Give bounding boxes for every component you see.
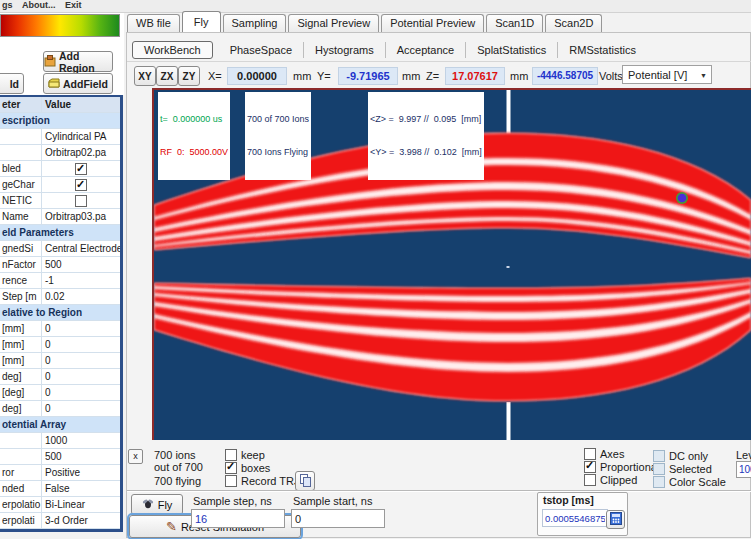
table-row[interactable]: [mm]0 xyxy=(0,353,120,369)
subtab-workbench[interactable]: WorkBench xyxy=(132,41,213,59)
chevron-down-icon: ▼ xyxy=(700,66,707,85)
subtab-rmsstatistics[interactable]: RMSstatistics xyxy=(557,42,647,58)
table-row[interactable]: [mm]0 xyxy=(0,321,120,337)
add-region-icon xyxy=(44,55,56,69)
level-input[interactable] xyxy=(736,461,751,478)
tab-potential-preview[interactable]: Potential Preview xyxy=(381,14,484,32)
close-ion-info-button[interactable]: x xyxy=(128,449,143,464)
record-trj-checkbox-row[interactable]: Record TRJ xyxy=(225,475,299,487)
table-row[interactable]: Step [m0.02 xyxy=(0,289,120,305)
partial-field-button[interactable]: ld xyxy=(0,73,24,94)
table-section[interactable]: otential Array Parameters xyxy=(0,417,120,433)
y-coordinate-value[interactable]: -9.71965 xyxy=(338,67,398,85)
fly-button[interactable]: Fly xyxy=(131,494,183,515)
checkbox[interactable] xyxy=(75,179,87,191)
table-row[interactable]: geChar xyxy=(0,177,120,193)
calculator-icon xyxy=(610,512,622,527)
menu-item-about[interactable]: About... xyxy=(22,0,56,10)
sample-start-input[interactable] xyxy=(291,509,385,528)
subtab-hystograms[interactable]: Hystograms xyxy=(303,42,385,58)
record-trj-checkbox[interactable] xyxy=(225,475,237,487)
selected-checkbox-row[interactable]: Selected xyxy=(653,463,712,475)
table-row[interactable]: nFactor500 xyxy=(0,257,120,273)
dc-only-checkbox[interactable] xyxy=(653,450,665,462)
calculator-button[interactable] xyxy=(606,510,625,529)
tab-wb-file[interactable]: WB file xyxy=(127,14,180,32)
view-zy-button[interactable]: ZY xyxy=(178,66,200,86)
table-row[interactable]: 500 xyxy=(0,449,120,465)
ion-splat-marker xyxy=(678,194,687,203)
tab-signal-preview[interactable]: Signal Preview xyxy=(288,14,379,32)
table-header: eter Value xyxy=(0,97,120,113)
view-zx-button[interactable]: ZX xyxy=(156,66,178,86)
beam-stats-overlay: <Z> = 9.997 // 0.095 [mm] <Y> = 3.998 //… xyxy=(368,92,484,180)
table-row[interactable]: deg]0 xyxy=(0,369,120,385)
add-field-button[interactable]: AddField xyxy=(43,73,113,94)
boxes-checkbox-row[interactable]: boxes xyxy=(225,462,270,474)
subtab-splatstatistics[interactable]: SplatStatistics xyxy=(465,42,557,58)
trajectory-view[interactable]: t= 0.000000 us RF 0: 5000.00V 700 of 700… xyxy=(152,88,751,440)
subtab-phasespace[interactable]: PhaseSpace xyxy=(219,42,303,58)
rf-readout: RF 0: 5000.00V xyxy=(160,147,228,158)
subtab-acceptance[interactable]: Acceptance xyxy=(385,42,465,58)
z-coordinate-value[interactable]: 17.07617 xyxy=(445,67,505,85)
checkbox[interactable] xyxy=(75,163,87,175)
menu-item-settings[interactable]: gs xyxy=(2,0,13,10)
table-section[interactable]: elative to Region xyxy=(0,305,120,321)
table-row[interactable]: rorPositive xyxy=(0,465,120,481)
z-label: Z= xyxy=(426,70,439,82)
proportional-checkbox[interactable] xyxy=(584,461,596,473)
boxes-checkbox[interactable] xyxy=(225,462,237,474)
tab-scan1d[interactable]: Scan1D xyxy=(486,14,543,32)
table-section[interactable]: escription xyxy=(0,113,120,129)
table-row[interactable]: Orbitrap02.pa xyxy=(0,145,120,161)
table-row[interactable]: 1000 xyxy=(0,433,120,449)
ion-count-overlay: 700 of 700 Ions 700 Ions Flying xyxy=(245,92,311,180)
sample-step-input[interactable] xyxy=(191,509,285,528)
sub-tab-bar: WorkBench PhaseSpace Hystograms Acceptan… xyxy=(132,40,647,60)
menu-item-exit[interactable]: Exit xyxy=(65,0,82,10)
add-region-button[interactable]: Add Region xyxy=(43,51,113,72)
time-rf-overlay: t= 0.000000 us RF 0: 5000.00V xyxy=(158,92,230,180)
view-xy-button[interactable]: XY xyxy=(134,66,156,86)
selected-checkbox[interactable] xyxy=(653,463,665,475)
color-scale-checkbox-row[interactable]: Color Scale xyxy=(653,476,726,488)
parameter-table: eter Value escription Cylindrical PA Orb… xyxy=(0,95,123,532)
z-stat: <Z> = 9.997 // 0.095 [mm] xyxy=(370,114,482,125)
potential-value[interactable]: -4446.58705 xyxy=(532,67,598,85)
clipped-checkbox[interactable] xyxy=(584,474,596,486)
proportional-checkbox-row[interactable]: Proportional xyxy=(584,461,659,473)
table-row[interactable]: erpolati3-d Order xyxy=(0,513,120,529)
record-trj-button[interactable] xyxy=(295,471,315,491)
pencil-icon: ✎ xyxy=(166,520,177,533)
table-row[interactable]: [mm]0 xyxy=(0,337,120,353)
table-row[interactable]: NETIC xyxy=(0,193,120,209)
tstop-input[interactable] xyxy=(542,509,608,527)
table-row[interactable]: Cylindrical PA xyxy=(0,129,120,145)
table-row[interactable]: rence-1 xyxy=(0,273,120,289)
axis-line-bottom xyxy=(507,402,511,440)
checkbox[interactable] xyxy=(75,195,87,207)
table-row[interactable]: [deg]0 xyxy=(0,385,120,401)
table-row[interactable]: NameOrbitrap03.pa xyxy=(0,209,120,225)
copy-pages-icon xyxy=(299,474,312,489)
tab-scan2d[interactable]: Scan2D xyxy=(545,14,602,32)
fly-icon xyxy=(142,498,154,511)
tab-sampling[interactable]: Sampling xyxy=(223,14,287,32)
table-row[interactable]: ndedFalse xyxy=(0,481,120,497)
table-row[interactable]: bled xyxy=(0,161,120,177)
table-row[interactable]: erpolatioBi-Linear xyxy=(0,497,120,513)
color-scale-checkbox[interactable] xyxy=(653,476,665,488)
display-mode-select[interactable]: Potential [V] ▼ xyxy=(622,65,712,84)
table-row[interactable]: gnedSiCentral Electrode xyxy=(0,241,120,257)
sample-start-label: Sample start, ns xyxy=(293,495,372,507)
add-field-icon xyxy=(48,77,60,91)
table-section[interactable]: eld Parameters xyxy=(0,225,120,241)
dc-only-checkbox-row[interactable]: DC only xyxy=(653,450,708,462)
tab-fly[interactable]: Fly xyxy=(182,11,221,33)
table-row[interactable]: deg]0 xyxy=(0,401,120,417)
application-window: gs About... Exit Add Region ld AddField … xyxy=(0,0,751,539)
clipped-checkbox-row[interactable]: Clipped xyxy=(584,474,637,486)
y-stat: <Y> = 3.998 // 0.102 [mm] xyxy=(370,147,482,158)
x-coordinate-value[interactable]: 0.00000 xyxy=(227,67,287,85)
